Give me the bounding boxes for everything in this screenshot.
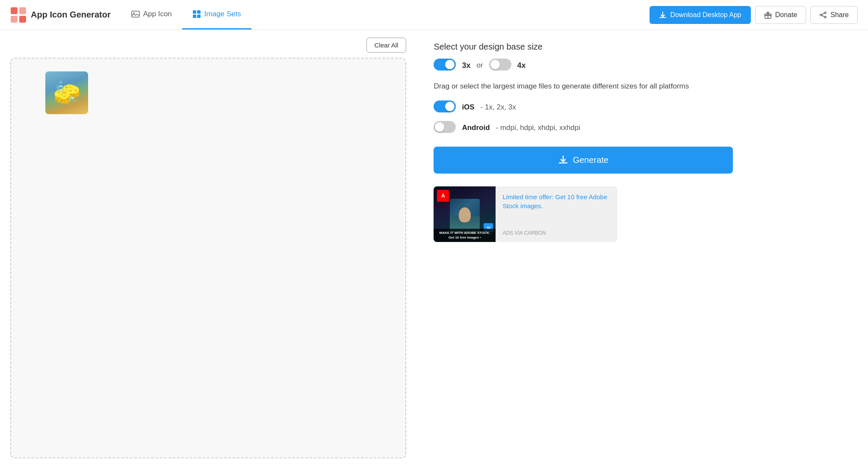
right-panel: Select your design base size 3x or 4x	[416, 30, 868, 466]
base-size-toggle-row: 3x or 4x	[434, 59, 851, 72]
ad-woman-figure	[450, 199, 480, 233]
toggle-3x[interactable]	[434, 59, 456, 72]
tab-image-sets[interactable]: Image Sets	[182, 0, 251, 29]
svg-rect-1	[19, 7, 26, 14]
tab-app-icon-label: App Icon	[143, 10, 172, 18]
ad-image-area: A St MAKE IT WITH ADOBE STOCK.Get 10 fre…	[434, 186, 496, 242]
toggle-3x-label: 3x	[462, 61, 470, 70]
image-icon	[131, 10, 140, 18]
ad-panel[interactable]: A St MAKE IT WITH ADOBE STOCK.Get 10 fre…	[434, 186, 617, 242]
toggle-ios[interactable]	[434, 100, 456, 114]
svg-rect-0	[11, 7, 18, 14]
ad-footer: ADS VIA CARBON	[502, 230, 611, 236]
drop-zone[interactable]: 🧽	[10, 58, 406, 458]
tab-image-sets-label: Image Sets	[204, 10, 241, 18]
gift-icon	[764, 11, 772, 19]
svg-line-16	[822, 15, 824, 17]
download-icon	[659, 11, 667, 19]
toggle-4x[interactable]	[489, 59, 511, 72]
base-size-section: Select your design base size 3x or 4x	[434, 42, 851, 72]
svg-rect-4	[132, 11, 139, 17]
svg-point-14	[824, 16, 826, 18]
download-desktop-btn[interactable]: Download Desktop App	[650, 6, 750, 24]
generate-btn-label: Generate	[573, 155, 608, 165]
header-actions: Download Desktop App Donate Share	[650, 6, 858, 24]
generate-download-icon	[558, 155, 568, 165]
adobe-logo: A	[437, 190, 449, 202]
logo-area: App Icon Generator	[10, 7, 111, 23]
logo-text: App Icon Generator	[31, 10, 111, 20]
svg-rect-7	[197, 10, 201, 14]
base-size-title: Select your design base size	[434, 42, 851, 52]
nav-tabs: App Icon Image Sets	[121, 0, 251, 29]
platform-ios-row: iOS - 1x, 2x, 3x	[434, 100, 851, 114]
svg-rect-9	[197, 15, 201, 18]
toggle-4x-label: 4x	[517, 61, 526, 70]
svg-rect-2	[11, 16, 18, 23]
ad-title: Limited time offer: Get 10 free Adobe St…	[502, 192, 611, 211]
svg-rect-8	[193, 15, 196, 18]
share-label: Share	[830, 11, 849, 19]
platforms-section: iOS - 1x, 2x, 3x Android - mdpi, hdpi, x…	[434, 100, 851, 135]
ios-platform-name: iOS	[462, 103, 474, 112]
donate-label: Donate	[775, 11, 797, 19]
donate-btn[interactable]: Donate	[755, 6, 806, 24]
android-platform-name: Android	[462, 124, 490, 132]
uploaded-image-thumbnail: 🧽	[45, 71, 88, 114]
toggle-or-text: or	[476, 61, 483, 70]
svg-point-12	[824, 12, 826, 14]
platform-android-row: Android - mdpi, hdpi, xhdpi, xxhdpi	[434, 121, 851, 135]
left-panel: Clear All 🧽	[0, 30, 416, 466]
grid-icon	[192, 10, 201, 18]
main-content: Clear All 🧽 Select your design base size…	[0, 30, 868, 466]
share-icon	[819, 11, 827, 19]
clear-all-btn[interactable]: Clear All	[366, 38, 407, 53]
svg-rect-3	[19, 16, 26, 23]
ios-platform-desc: - 1x, 2x, 3x	[481, 103, 516, 112]
svg-rect-6	[193, 10, 196, 14]
svg-point-13	[820, 14, 822, 16]
ad-content: Limited time offer: Get 10 free Adobe St…	[496, 186, 617, 242]
platform-description: Drag or select the largest image files t…	[434, 81, 851, 92]
app-logo-icon	[10, 7, 27, 23]
svg-line-15	[822, 13, 824, 15]
tab-app-icon[interactable]: App Icon	[121, 0, 182, 29]
download-desktop-label: Download Desktop App	[670, 11, 741, 19]
share-btn[interactable]: Share	[810, 6, 858, 24]
android-platform-desc: - mdpi, hdpi, xhdpi, xxhdpi	[496, 124, 581, 132]
header: App Icon Generator App Icon Image Sets	[0, 0, 868, 30]
generate-btn[interactable]: Generate	[434, 147, 733, 174]
ad-bottom-text: MAKE IT WITH ADOBE STOCK.Get 10 free ima…	[434, 229, 496, 242]
toggle-android[interactable]	[434, 121, 456, 135]
